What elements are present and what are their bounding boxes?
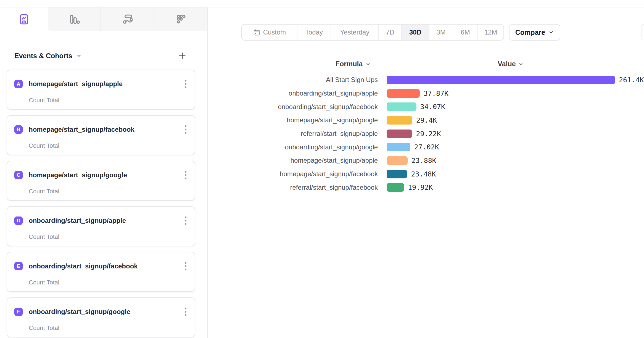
range-custom[interactable]: Custom (242, 25, 297, 40)
chart-bar[interactable] (387, 76, 615, 84)
chart-bar[interactable] (387, 143, 410, 151)
chart-bar-wrap: 37.87K (387, 89, 448, 98)
event-card[interactable]: E onboarding/start_signup/facebook Count… (7, 252, 195, 292)
event-metric: Count Total (7, 279, 195, 286)
event-name: onboarding/start_signup/apple (29, 217, 126, 225)
event-metric: Count Total (7, 188, 195, 195)
chevron-down-icon (519, 62, 524, 67)
chart-bar-wrap: 261.4K (387, 76, 644, 84)
compare-label: Compare (515, 28, 545, 36)
kebab-menu-icon[interactable] (184, 261, 188, 272)
insights-report-page: Events & Cohorts A homepage/start_signup… (0, 0, 644, 338)
event-metric: Count Total (7, 142, 195, 149)
chart-bar-value: 261.4K (619, 76, 644, 84)
range-3m[interactable]: 3M (429, 25, 453, 40)
chart-row: All Start Sign Ups 261.4K (208, 73, 644, 87)
event-letter-badge: E (14, 262, 23, 270)
chart-bar[interactable] (387, 156, 408, 165)
event-card[interactable]: B homepage/start_signup/facebook Count T… (7, 115, 195, 155)
event-name: onboarding/start_signup/google (29, 308, 130, 316)
event-card-top: C homepage/start_signup/google (7, 161, 195, 181)
kebab-menu-icon[interactable] (184, 215, 188, 226)
event-card[interactable]: F onboarding/start_signup/google Count T… (7, 297, 195, 337)
event-card[interactable]: D onboarding/start_signup/apple Count To… (7, 206, 195, 246)
event-letter-badge: C (14, 171, 23, 179)
chart-bar[interactable] (387, 183, 404, 192)
chart-bar[interactable] (387, 116, 412, 125)
events-cohorts-dropdown[interactable]: Events & Cohorts (14, 52, 82, 60)
kebab-menu-icon[interactable] (184, 306, 188, 317)
chart-row: homepage/start_signup/google 29.4K (208, 113, 644, 127)
add-event-button[interactable] (177, 51, 187, 61)
event-card[interactable]: C homepage/start_signup/google Count Tot… (7, 161, 195, 201)
tab-funnels[interactable] (48, 7, 101, 31)
event-letter-badge: F (14, 308, 23, 316)
insights-icon (18, 13, 30, 25)
chart-row: onboarding/start_signup/facebook 34.07K (208, 100, 644, 113)
range-today[interactable]: Today (297, 25, 331, 40)
chart-row: onboarding/start_signup/google 27.02K (208, 140, 644, 154)
formula-header-label: Formula (336, 60, 363, 68)
tab-flows[interactable] (101, 7, 154, 31)
event-name: homepage/start_signup/apple (29, 80, 123, 88)
chart-row: referral/start_signup/facebook 19.92K (208, 181, 644, 194)
event-card-top: B homepage/start_signup/facebook (7, 116, 195, 135)
value-column-header[interactable]: Value (498, 60, 523, 68)
event-name: onboarding/start_signup/facebook (29, 262, 138, 270)
tab-retention[interactable] (154, 7, 207, 31)
chart-bar[interactable] (387, 170, 407, 178)
range-30d[interactable]: 30D (401, 25, 429, 40)
chart-row-label: referral/start_signup/apple (208, 130, 378, 138)
chart-bar-wrap: 29.4K (387, 116, 437, 125)
chart-bar-value: 23.48K (411, 170, 436, 178)
event-card-top: F onboarding/start_signup/google (7, 298, 195, 317)
report-type-tabstrip (0, 7, 207, 31)
chart-row-label: onboarding/start_signup/apple (208, 89, 378, 97)
events-list: A homepage/start_signup/apple Count Tota… (7, 70, 195, 338)
chart-bar[interactable] (387, 102, 416, 111)
chart-bar-wrap: 23.88K (387, 156, 436, 165)
kebab-menu-icon[interactable] (184, 170, 188, 181)
event-name: homepage/start_signup/google (29, 171, 127, 179)
chart-bar-wrap: 27.02K (387, 143, 439, 151)
chevron-down-icon (548, 30, 554, 35)
chart-bar-value: 29.22K (416, 130, 441, 138)
event-letter-badge: A (14, 80, 23, 88)
chart-row-label: onboarding/start_signup/google (208, 143, 378, 151)
chart-row-label: homepage/start_signup/google (208, 116, 378, 124)
range-yesterday[interactable]: Yesterday (331, 25, 378, 40)
chart-row: onboarding/start_signup/apple 37.87K (208, 87, 644, 100)
bar-chart: All Start Sign Ups 261.4K onboarding/sta… (208, 73, 644, 194)
event-card-top: A homepage/start_signup/apple (7, 70, 195, 89)
tab-insights[interactable] (0, 7, 48, 31)
event-card[interactable]: A homepage/start_signup/apple Count Tota… (7, 70, 195, 110)
top-divider (0, 0, 644, 7)
chart-row: homepage/start_signup/apple 23.88K (208, 154, 644, 167)
kebab-menu-icon[interactable] (184, 124, 188, 135)
sidebar-title: Events & Cohorts (14, 52, 72, 60)
event-card-top: D onboarding/start_signup/apple (7, 207, 195, 226)
chart-bar-wrap: 34.07K (387, 102, 445, 111)
chart-row-label: All Start Sign Ups (208, 76, 378, 84)
event-metric: Count Total (7, 324, 195, 332)
chart-bar-wrap: 29.22K (387, 130, 441, 138)
chart-bar-wrap: 23.48K (387, 170, 436, 178)
event-letter-badge: D (14, 216, 23, 225)
chevron-down-icon (76, 53, 82, 59)
range-7d[interactable]: 7D (378, 25, 401, 40)
formula-column-header[interactable]: Formula (336, 60, 371, 68)
edge-cutoff-button[interactable] (642, 24, 644, 41)
chart-row: homepage/start_signup/facebook 23.48K (208, 167, 644, 181)
range-6m[interactable]: 6M (453, 25, 477, 40)
event-name: homepage/start_signup/facebook (29, 126, 134, 133)
event-letter-badge: B (14, 125, 23, 134)
retention-icon (175, 13, 187, 25)
chart-bar[interactable] (387, 89, 420, 98)
chart-bar-value: 23.88K (411, 157, 436, 165)
chart-bar-value: 27.02K (414, 143, 439, 151)
compare-button[interactable]: Compare (509, 24, 560, 41)
chart-bar[interactable] (387, 130, 412, 138)
range-12m[interactable]: 12M (477, 25, 503, 40)
kebab-menu-icon[interactable] (184, 78, 188, 89)
inactive-tabs-group (48, 7, 207, 31)
